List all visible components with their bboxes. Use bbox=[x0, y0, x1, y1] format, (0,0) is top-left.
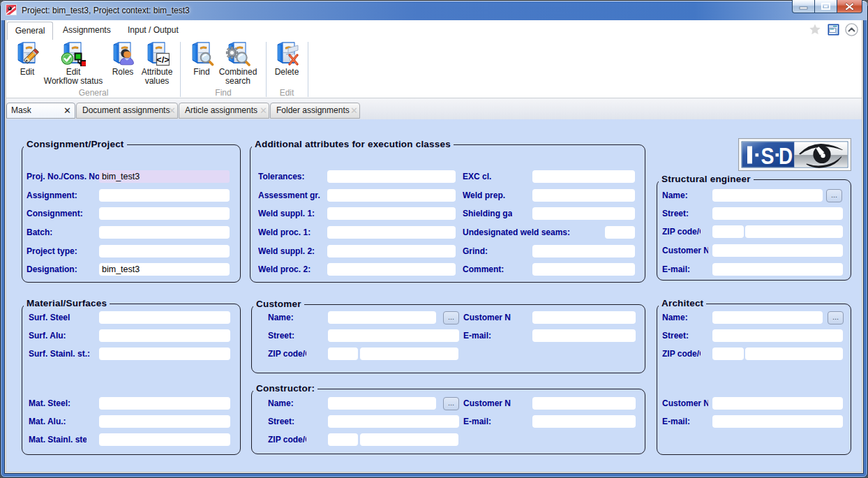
svg-text:D: D bbox=[779, 142, 793, 169]
svg-text:S: S bbox=[761, 142, 775, 169]
svg-text:</>: </> bbox=[156, 54, 170, 65]
